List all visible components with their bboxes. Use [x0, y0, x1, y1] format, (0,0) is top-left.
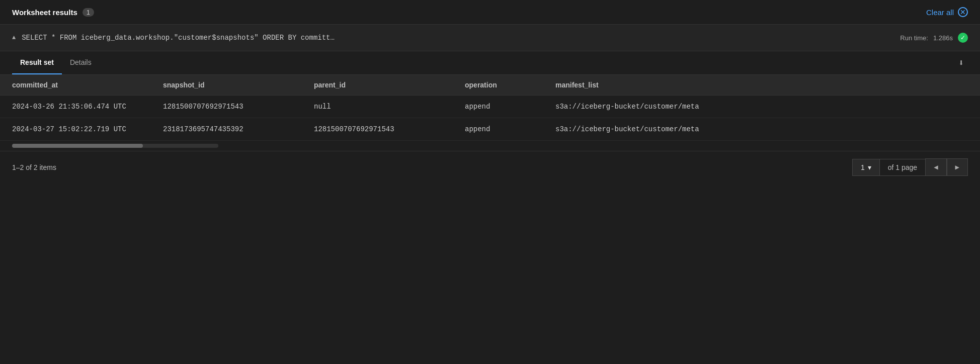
- results-table-container: committed_at snapshot_id parent_id opera…: [0, 75, 980, 141]
- page-of-label: of 1 page: [880, 159, 925, 176]
- cell-snapshot_id: 1281500707692971543: [151, 96, 302, 118]
- clear-all-icon: ✕: [958, 7, 968, 17]
- cell-snapshot_id: 2318173695747435392: [151, 118, 302, 141]
- results-table: committed_at snapshot_id parent_id opera…: [0, 75, 980, 141]
- cell-manifest_list: s3a://iceberg-bucket/customer/meta: [543, 96, 980, 118]
- scrollbar-row: [0, 141, 980, 151]
- footer-bar: 1–2 of 2 items 1 ▾ of 1 page ◀ ▶: [0, 151, 980, 183]
- download-icon[interactable]: ⬇: [954, 53, 968, 72]
- cell-parent_id: 1281500707692971543: [302, 118, 453, 141]
- tabs: Result set Details: [12, 51, 100, 74]
- header-bar: Worksheet results 1 Clear all ✕: [0, 0, 980, 25]
- header-title: Worksheet results 1: [12, 8, 94, 17]
- chevron-down-icon: ▾: [868, 163, 871, 171]
- horizontal-scrollbar-track[interactable]: [12, 144, 218, 148]
- prev-page-button[interactable]: ◀: [925, 158, 946, 176]
- query-text: SELECT * FROM iceberg_data.workshop."cus…: [22, 34, 335, 42]
- query-left: ▲ SELECT * FROM iceberg_data.workshop."c…: [12, 34, 335, 42]
- table-row: 2024-03-26 21:35:06.474 UTC1281500707692…: [0, 96, 980, 118]
- tabs-row: Result set Details ⬇: [0, 51, 980, 75]
- next-page-button[interactable]: ▶: [947, 158, 968, 176]
- cell-parent_id: null: [302, 96, 453, 118]
- col-header-manifest-list: manifest_list: [543, 75, 980, 96]
- cell-manifest_list: s3a://iceberg-bucket/customer/meta: [543, 118, 980, 141]
- items-count: 1–2 of 2 items: [12, 163, 56, 171]
- clear-all-label: Clear all: [926, 8, 954, 17]
- col-header-parent-id: parent_id: [302, 75, 453, 96]
- table-header-row: committed_at snapshot_id parent_id opera…: [0, 75, 980, 96]
- collapse-icon[interactable]: ▲: [12, 34, 16, 41]
- table-row: 2024-03-27 15:02:22.719 UTC2318173695747…: [0, 118, 980, 141]
- results-count-badge: 1: [83, 8, 94, 17]
- runtime-label: Run time:: [900, 34, 928, 42]
- page-selector[interactable]: 1 ▾: [852, 159, 880, 176]
- tab-result-set[interactable]: Result set: [12, 51, 62, 74]
- col-header-committed-at: committed_at: [0, 75, 151, 96]
- query-right: Run time: 1.286s ✓: [900, 33, 968, 43]
- success-icon: ✓: [958, 33, 968, 43]
- col-header-snapshot-id: snapshot_id: [151, 75, 302, 96]
- pagination: 1 ▾ of 1 page ◀ ▶: [852, 158, 968, 176]
- col-header-operation: operation: [453, 75, 543, 96]
- cell-operation: append: [453, 118, 543, 141]
- runtime-value: 1.286s: [933, 34, 953, 42]
- cell-committed_at: 2024-03-26 21:35:06.474 UTC: [0, 96, 151, 118]
- worksheet-results-title: Worksheet results: [12, 8, 77, 17]
- page-number: 1: [861, 163, 865, 171]
- clear-all-button[interactable]: Clear all ✕: [926, 7, 968, 17]
- horizontal-scrollbar-thumb[interactable]: [12, 144, 143, 148]
- cell-committed_at: 2024-03-27 15:02:22.719 UTC: [0, 118, 151, 141]
- query-row: ▲ SELECT * FROM iceberg_data.workshop."c…: [0, 25, 980, 51]
- cell-operation: append: [453, 96, 543, 118]
- tab-details[interactable]: Details: [62, 51, 100, 74]
